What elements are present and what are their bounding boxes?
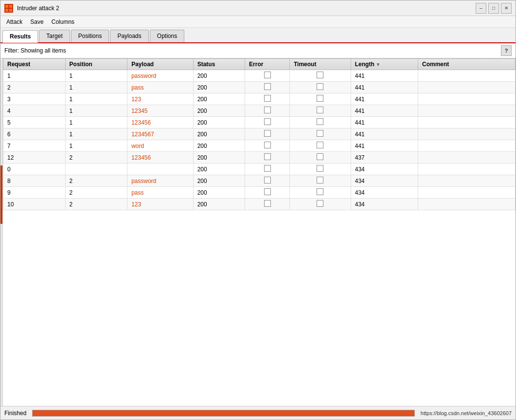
tab-positions[interactable]: Positions xyxy=(71,30,109,42)
tab-results[interactable]: Results xyxy=(2,30,38,43)
table-cell xyxy=(289,175,351,187)
checkbox[interactable] xyxy=(317,200,323,207)
col-header-request[interactable]: Request xyxy=(3,59,66,70)
checkbox[interactable] xyxy=(317,83,323,90)
checkbox[interactable] xyxy=(264,188,271,195)
table-cell xyxy=(127,164,194,175)
table-cell xyxy=(418,187,516,199)
table-scroll-area[interactable]: Request Position Payload Status Error Ti… xyxy=(3,58,516,406)
checkbox[interactable] xyxy=(317,130,323,137)
col-header-error[interactable]: Error xyxy=(245,59,290,70)
checkbox[interactable] xyxy=(264,177,271,183)
checkbox[interactable] xyxy=(317,107,323,113)
menu-save[interactable]: Save xyxy=(26,18,47,26)
checkbox[interactable] xyxy=(264,165,271,172)
table-row[interactable]: 71word200441 xyxy=(3,140,516,152)
table-cell: 200 xyxy=(193,82,245,93)
table-cell: 2 xyxy=(65,187,127,199)
checkbox[interactable] xyxy=(264,72,271,78)
col-header-payload[interactable]: Payload xyxy=(127,59,194,70)
table-cell: 200 xyxy=(193,175,245,187)
table-cell xyxy=(418,128,516,140)
checkbox[interactable] xyxy=(264,83,271,90)
checkbox[interactable] xyxy=(317,142,323,148)
table-cell xyxy=(289,93,351,105)
table-row[interactable]: 31123200441 xyxy=(3,93,516,105)
table-cell xyxy=(245,187,290,199)
table-row[interactable]: 4112345200441 xyxy=(3,105,516,117)
table-cell xyxy=(289,152,351,164)
table-cell: 434 xyxy=(351,187,418,199)
table-row[interactable]: 51123456200441 xyxy=(3,117,516,128)
maximize-button[interactable]: □ xyxy=(488,3,499,14)
table-cell: 434 xyxy=(351,199,418,210)
checkbox[interactable] xyxy=(264,118,271,125)
table-header-row: Request Position Payload Status Error Ti… xyxy=(3,59,516,70)
col-header-timeout[interactable]: Timeout xyxy=(289,59,351,70)
table-cell xyxy=(289,140,351,152)
table-cell: 200 xyxy=(193,152,245,164)
table-cell: password xyxy=(127,70,194,82)
checkbox[interactable] xyxy=(317,95,323,102)
table-cell: 441 xyxy=(351,117,418,128)
table-cell: 1 xyxy=(65,117,127,128)
checkbox[interactable] xyxy=(264,107,271,113)
table-cell xyxy=(65,164,127,175)
tab-target[interactable]: Target xyxy=(39,30,70,42)
checkbox[interactable] xyxy=(317,165,323,172)
table-cell xyxy=(289,70,351,82)
table-cell: 200 xyxy=(193,164,245,175)
table-cell: 2 xyxy=(65,175,127,187)
results-table-container: Request Position Payload Status Error Ti… xyxy=(0,58,516,406)
table-cell xyxy=(289,164,351,175)
table-cell xyxy=(245,164,290,175)
checkbox[interactable] xyxy=(317,118,323,125)
table-cell: 9 xyxy=(3,187,66,199)
table-cell xyxy=(289,187,351,199)
table-cell: 3 xyxy=(3,93,66,105)
table-cell: 2 xyxy=(65,199,127,210)
table-cell xyxy=(418,117,516,128)
checkbox[interactable] xyxy=(317,188,323,195)
table-row[interactable]: 102123200434 xyxy=(3,199,516,210)
table-row[interactable]: 92pass200434 xyxy=(3,187,516,199)
checkbox[interactable] xyxy=(264,200,271,207)
table-row[interactable]: 611234567200441 xyxy=(3,128,516,140)
table-cell xyxy=(245,199,290,210)
table-row[interactable]: 21pass200441 xyxy=(3,82,516,93)
menu-columns[interactable]: Columns xyxy=(48,18,78,26)
table-cell: 7 xyxy=(3,140,66,152)
col-header-comment[interactable]: Comment xyxy=(418,59,516,70)
checkbox[interactable] xyxy=(264,153,271,160)
checkbox[interactable] xyxy=(317,72,323,78)
table-cell xyxy=(418,152,516,164)
status-bar: Finished https://blog.csdn.net/weixin_43… xyxy=(0,406,516,420)
checkbox[interactable] xyxy=(317,177,323,183)
menu-attack[interactable]: Attack xyxy=(2,18,26,26)
table-cell: 12 xyxy=(3,152,66,164)
checkbox[interactable] xyxy=(264,142,271,148)
tab-options[interactable]: Options xyxy=(150,30,184,42)
results-table: Request Position Payload Status Error Ti… xyxy=(3,58,516,210)
tab-payloads[interactable]: Payloads xyxy=(110,30,148,42)
table-cell: 1 xyxy=(3,70,66,82)
table-cell: 434 xyxy=(351,164,418,175)
checkbox[interactable] xyxy=(264,130,271,137)
table-cell xyxy=(245,93,290,105)
col-header-position[interactable]: Position xyxy=(65,59,127,70)
minimize-button[interactable]: – xyxy=(476,3,486,14)
left-edge-marker xyxy=(0,165,2,224)
table-row[interactable]: 122123456200437 xyxy=(3,152,516,164)
table-row[interactable]: 82password200434 xyxy=(3,175,516,187)
table-cell: password xyxy=(127,175,194,187)
table-cell: 123456 xyxy=(127,117,194,128)
table-row[interactable]: 0200434 xyxy=(3,164,516,175)
col-header-status[interactable]: Status xyxy=(193,59,245,70)
table-row[interactable]: 11password200441 xyxy=(3,70,516,82)
filter-help-button[interactable]: ? xyxy=(501,45,512,56)
checkbox[interactable] xyxy=(264,95,271,102)
col-header-length[interactable]: Length xyxy=(351,59,418,70)
checkbox[interactable] xyxy=(317,153,323,160)
window-title: Intruder attack 2 xyxy=(17,5,476,12)
close-button[interactable]: ✕ xyxy=(501,3,512,14)
